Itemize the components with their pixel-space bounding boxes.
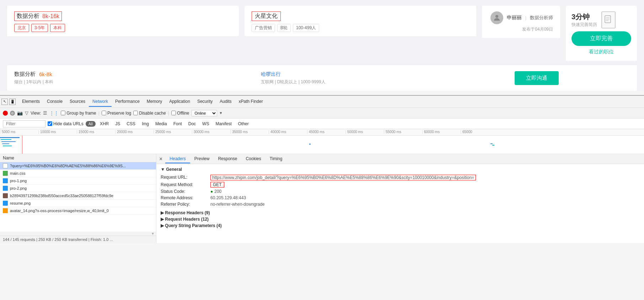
response-headers-section: ▶ Response Headers (9) xyxy=(161,210,640,215)
tab-security[interactable]: Security xyxy=(194,97,216,107)
request-item-6[interactable]: resume.png xyxy=(0,200,156,207)
request-name-5: b28943971299b238bd550acced5c33ae25058812… xyxy=(10,194,113,198)
filter-input[interactable] xyxy=(3,120,45,127)
response-headers-title[interactable]: ▶ Response Headers (9) xyxy=(161,210,640,215)
timeline-area: 5000 ms 10000 ms 15000 ms 20000 ms 25000… xyxy=(0,129,644,154)
remote-address-row: Remote Address: 60.205.129.48:443 xyxy=(161,195,640,201)
complete-btn[interactable]: 立即完善 xyxy=(571,31,631,46)
camera-icon[interactable]: 📷 xyxy=(17,110,23,116)
disable-cache-label[interactable]: Disable cache xyxy=(133,111,166,116)
tab-xpath[interactable]: xPath Finder xyxy=(235,97,267,107)
viewed-link[interactable]: 看过的职位 xyxy=(571,49,631,55)
clear-btn[interactable]: ⊘ xyxy=(10,111,15,116)
request-name-1: ?query=%E6%95%B0%E6%8D%AE%E5%88%86%E6%9E… xyxy=(10,164,126,168)
group-by-frame-label[interactable]: Group by frame xyxy=(61,111,96,116)
tab-sources[interactable]: Sources xyxy=(66,97,89,107)
filter-type-xhr[interactable]: XHR xyxy=(98,121,111,127)
all-filter-btn[interactable]: All xyxy=(86,121,96,127)
request-item-5[interactable]: b28943971299b238bd550acced5c33ae25058812… xyxy=(0,192,156,200)
request-list: ?query=%E6%95%B0%E6%8D%AE%E5%88%86%E6%9E… xyxy=(0,162,156,232)
request-name-2: main.css xyxy=(10,171,25,175)
job-salary-1: 8k-16k xyxy=(42,13,59,20)
job-tag-edu: 本科 xyxy=(50,24,65,32)
timeline-bar-1 xyxy=(0,137,20,138)
detail-tab-response[interactable]: Response xyxy=(214,155,241,163)
filter-type-img[interactable]: Img xyxy=(140,121,151,127)
detail-tabbar: × Headers Preview Response Cookies Timin… xyxy=(156,154,644,164)
detail-close-btn[interactable]: × xyxy=(159,156,162,162)
view-label: View: xyxy=(31,111,41,116)
tab-application[interactable]: Application xyxy=(166,97,194,107)
filter-type-media[interactable]: Media xyxy=(153,121,169,127)
offline-label[interactable]: Offline xyxy=(171,111,189,116)
tab-elements[interactable]: Elements xyxy=(18,97,43,107)
disable-cache-checkbox[interactable] xyxy=(133,111,138,115)
tab-console[interactable]: Console xyxy=(43,97,66,107)
throttle-select[interactable]: Online Fast 3G Slow 3G Offline xyxy=(192,110,217,116)
filter-type-font[interactable]: Font xyxy=(171,121,184,127)
tab-network[interactable]: Network xyxy=(89,97,112,107)
timeline-bar-5 xyxy=(3,146,12,146)
filter-type-css[interactable]: CSS xyxy=(124,121,138,127)
tab-memory[interactable]: Memory xyxy=(143,97,166,107)
detail-tab-preview[interactable]: Preview xyxy=(190,155,214,163)
filter-type-manifest[interactable]: Manifest xyxy=(213,121,234,127)
general-title: ▼ General xyxy=(161,167,640,172)
recruiter-name: 申丽丽 xyxy=(507,15,522,20)
filter-type-js[interactable]: JS xyxy=(113,121,122,127)
request-item-3[interactable]: pro-1.png xyxy=(0,177,156,185)
offline-checkbox[interactable] xyxy=(171,111,176,115)
filter-type-ws[interactable]: WS xyxy=(200,121,211,127)
cursor-icon[interactable]: ↖ xyxy=(1,99,8,105)
job-card-1: 数据分析 8k-16k 北京 3-5年 本科 xyxy=(7,6,239,36)
company-name-1: 火星文化 xyxy=(255,12,278,20)
avatar xyxy=(490,11,503,24)
request-method-value: GET xyxy=(210,182,224,188)
preserve-log-label[interactable]: Preserve log xyxy=(102,111,131,116)
detail-tab-headers[interactable]: Headers xyxy=(165,155,190,163)
file-icon-img2 xyxy=(3,186,8,191)
tick-25000: 25000 ms xyxy=(154,130,192,134)
request-headers-title[interactable]: ▶ Request Headers (12) xyxy=(161,217,640,222)
request-item-2[interactable]: main.css xyxy=(0,170,156,177)
request-item-1[interactable]: ?query=%E6%95%B0%E6%8D%AE%E5%88%86%E6%9E… xyxy=(0,162,156,170)
detail-tab-cookies[interactable]: Cookies xyxy=(241,155,265,163)
minutes-sub: 快速完善简历 xyxy=(571,22,597,28)
recruiter-block: 申丽丽 | 数据分析师 发布于04月09日 xyxy=(482,6,560,38)
tick-40000: 40000 ms xyxy=(269,130,307,134)
hide-data-urls-label[interactable]: Hide data URLs xyxy=(48,121,84,126)
mobile-icon[interactable]: 📱 xyxy=(9,99,16,105)
status-code-value: 200 xyxy=(214,189,221,194)
dropdown-arrow[interactable]: ▼ xyxy=(219,111,223,115)
request-name-3: pro-1.png xyxy=(10,179,27,183)
tab-audits[interactable]: Audits xyxy=(216,97,235,107)
tick-5000: 5000 ms xyxy=(0,130,38,134)
detail-tab-timing[interactable]: Timing xyxy=(265,155,287,163)
timeline-dot xyxy=(309,143,311,145)
request-headers-section: ▶ Request Headers (12) xyxy=(161,217,640,222)
svg-point-0 xyxy=(495,15,498,18)
request-url-value: https://www.zhipin.com/job_detail/?query… xyxy=(210,175,476,180)
request-item-7[interactable]: avatar_14.png?x-oss-process=image/resize… xyxy=(0,207,156,215)
query-string-title[interactable]: ▶ Query String Parameters (4) xyxy=(161,223,640,228)
tab-performance[interactable]: Performance xyxy=(112,97,143,107)
request-item-4[interactable]: pro-2.png xyxy=(0,185,156,192)
company-tag-stage: B轮 xyxy=(277,24,291,32)
detail-panel: × Headers Preview Response Cookies Timin… xyxy=(156,154,644,243)
view-list-icon[interactable]: ☰ xyxy=(43,110,47,116)
right-sidebar: 3分钟 快速完善简历 立即完善 看过的职位 xyxy=(566,6,637,61)
preserve-log-checkbox[interactable] xyxy=(102,111,106,115)
filter-row: Hide data URLs All XHR JS CSS Img Media … xyxy=(0,119,644,129)
hide-data-urls-checkbox[interactable] xyxy=(48,121,52,126)
group-by-frame-checkbox[interactable] xyxy=(61,111,65,115)
filter-type-doc[interactable]: Doc xyxy=(186,121,198,127)
tick-55000: 55000 ms xyxy=(384,130,422,134)
status-dot: ● xyxy=(210,189,213,194)
contact-btn[interactable]: 立即沟通 xyxy=(515,71,559,85)
record-btn[interactable] xyxy=(3,111,8,116)
file-icon-css xyxy=(3,171,8,176)
filter-type-other[interactable]: Other xyxy=(236,121,251,127)
filter-icon[interactable]: ▽ xyxy=(25,110,28,116)
timeline-bar-3 xyxy=(1,141,16,142)
view-waterfall-icon[interactable]: ⋮⋮ xyxy=(49,110,59,116)
